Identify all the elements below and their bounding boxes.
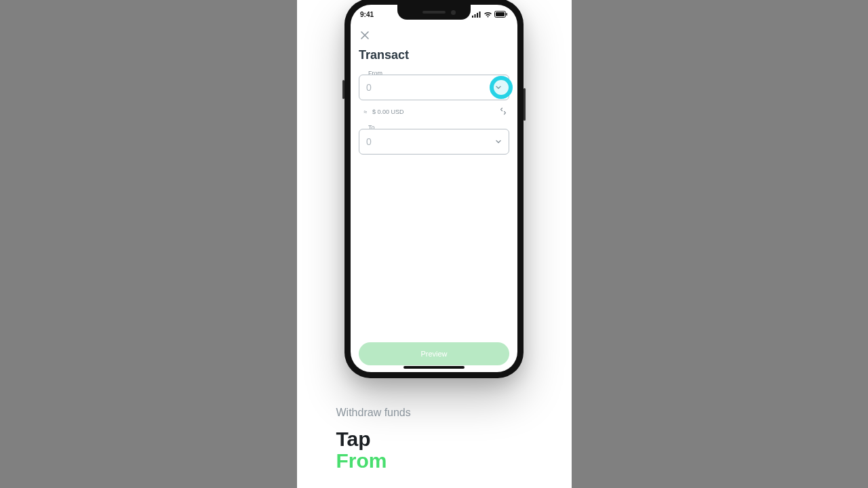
stage: 9:41 Transact From 0 bbox=[0, 0, 868, 488]
home-indicator bbox=[403, 366, 465, 369]
svg-rect-2 bbox=[477, 13, 478, 18]
to-placeholder: 0 bbox=[366, 136, 372, 147]
center-column: 9:41 Transact From 0 bbox=[297, 0, 572, 488]
conversion-amount: $ 0.00 USD bbox=[372, 108, 404, 115]
instructions: Withdraw funds Tap From bbox=[297, 407, 572, 471]
instruction-line-2: From bbox=[336, 450, 532, 472]
app-content: Transact From 0 ≈ $ 0.00 USD bbox=[351, 24, 517, 372]
battery-icon bbox=[494, 11, 508, 18]
from-placeholder: 0 bbox=[366, 82, 372, 93]
phone-frame: 9:41 Transact From 0 bbox=[344, 0, 524, 378]
chevron-down-icon bbox=[495, 136, 502, 147]
close-button[interactable] bbox=[359, 29, 371, 41]
svg-rect-3 bbox=[479, 12, 481, 18]
chevron-down-icon bbox=[495, 82, 502, 93]
to-field-wrap: To 0 bbox=[359, 129, 509, 155]
wifi-icon bbox=[484, 12, 492, 18]
status-time: 9:41 bbox=[360, 11, 374, 18]
approx-symbol: ≈ bbox=[361, 108, 370, 115]
to-field[interactable]: 0 bbox=[359, 129, 509, 155]
preview-button-label: Preview bbox=[420, 350, 447, 358]
instruction-line-1: Tap bbox=[336, 428, 532, 450]
page-title: Transact bbox=[359, 48, 509, 62]
svg-rect-5 bbox=[496, 12, 505, 16]
svg-rect-0 bbox=[472, 16, 473, 18]
conversion-row: ≈ $ 0.00 USD bbox=[359, 107, 509, 117]
cellular-icon bbox=[472, 12, 481, 18]
from-field-wrap: From 0 bbox=[359, 75, 509, 100]
svg-rect-1 bbox=[475, 14, 476, 18]
from-field[interactable]: 0 bbox=[359, 75, 509, 100]
swap-icon[interactable] bbox=[500, 107, 507, 117]
phone-screen: 9:41 Transact From 0 bbox=[351, 5, 517, 372]
status-indicators bbox=[472, 11, 508, 18]
instruction-subtitle: Withdraw funds bbox=[336, 407, 532, 419]
phone-notch bbox=[397, 5, 471, 20]
close-icon bbox=[361, 31, 369, 39]
preview-button[interactable]: Preview bbox=[359, 342, 509, 365]
svg-rect-6 bbox=[507, 13, 508, 16]
